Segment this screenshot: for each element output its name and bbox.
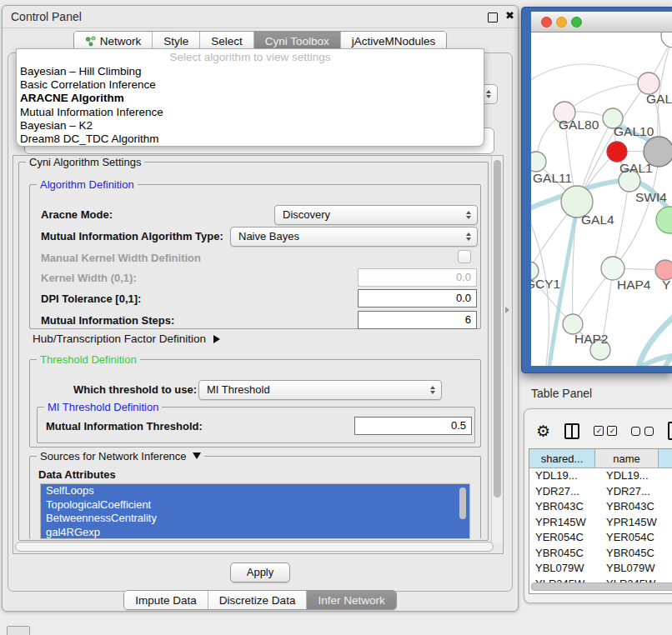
mi-algorithm-type-label: Mutual Information Algorithm Type:: [41, 230, 223, 242]
tab-discretize-data[interactable]: Discretize Data: [208, 591, 307, 609]
attribute-item-selfloops[interactable]: SelfLoops: [41, 484, 469, 498]
table-row-ypr145w[interactable]: YPR145WYPR145W9.: [529, 515, 672, 531]
node-label-gal4: GAL4: [581, 212, 614, 227]
table-row-ybr045c[interactable]: YBR045CYBR045C9.: [529, 546, 672, 562]
control-panel-titlebar: Control Panel ✖: [3, 6, 518, 28]
dropdown-item-basic-correlation-inference[interactable]: Basic Correlation Inference: [17, 78, 484, 92]
close-icon[interactable]: ✖: [505, 9, 514, 22]
algorithm-dropdown-popup: Select algorithm to view settings Bayesi…: [16, 48, 484, 147]
network-canvas[interactable]: GALGAL80GAL10GAL1GAL11SWI4GAL4GCY1HAP4YH…: [531, 32, 672, 366]
attribute-item-betweennesscentrality[interactable]: BetweennessCentrality: [41, 512, 469, 526]
kernel-width-field[interactable]: 0.0: [358, 268, 477, 287]
screen: Control Panel ✖ NetworkStyleSelectCyni T…: [0, 0, 672, 635]
network-node-hap4[interactable]: [601, 257, 624, 280]
node-label-y: Y: [662, 278, 670, 292]
tab-network[interactable]: Network: [74, 32, 153, 50]
data-attributes-label: Data Attributes: [38, 468, 116, 481]
combo-stepper-icon: [466, 211, 471, 219]
node-label-hap4: HAP4: [617, 278, 651, 292]
node-label-gal: GAL: [646, 92, 672, 106]
node-table: shared...name YDL19...YDL19...13YDR27...…: [529, 448, 672, 594]
column-header-name[interactable]: name: [595, 449, 659, 468]
close-traffic-light-icon[interactable]: [541, 17, 552, 28]
network-edge[interactable]: [613, 182, 629, 268]
aracne-mode-label: Aracne Mode:: [41, 208, 113, 221]
network-node-gal11[interactable]: [531, 152, 546, 172]
tab-impute-data[interactable]: Impute Data: [124, 591, 208, 609]
hub-definition-expander[interactable]: Hub/Transcription Factor Definition: [33, 332, 220, 345]
tab-select[interactable]: Select: [199, 32, 253, 50]
algorithm-definition-group: Algorithm Definition Aracne Mode: Discov…: [29, 184, 481, 329]
mi-threshold-definition-title: MI Threshold Definition: [44, 401, 162, 413]
network-node-gal1[interactable]: [607, 142, 627, 162]
network-edge[interactable]: [564, 84, 646, 112]
node-label-gal11: GAL11: [533, 171, 572, 185]
mi-steps-field[interactable]: 6: [358, 311, 477, 329]
tab-cyni-toolbox[interactable]: Cyni Toolbox: [253, 32, 340, 50]
network-view-window: GALGAL80GAL10GAL1GAL11SWI4GAL4GCY1HAP4YH…: [521, 7, 672, 373]
manual-kernel-width-label: Manual Kernel Width Definition: [41, 252, 201, 264]
table-row-yil052c[interactable]: YIL052CYIL052C9: [529, 592, 672, 594]
mi-threshold-field[interactable]: 0.5: [354, 417, 472, 435]
sources-title[interactable]: Sources for Network Inference: [37, 450, 204, 462]
settings-horizontal-scrollbar[interactable]: [15, 542, 494, 552]
gear-icon[interactable]: ⚙: [536, 423, 550, 439]
network-window-titlebar[interactable]: [531, 12, 672, 32]
dropdown-item-dream8-dc-tdc-algorithm[interactable]: Dream8 DC_TDC Algorithm: [17, 132, 484, 146]
network-node[interactable]: [656, 207, 672, 233]
table-panel-title: Table Panel: [531, 387, 592, 400]
mi-algorithm-type-select[interactable]: Naive Bayes: [230, 227, 478, 247]
apply-button[interactable]: Apply: [230, 562, 290, 582]
deselect-all-checkboxes-icon[interactable]: [631, 427, 654, 436]
table-panel: ⚙ ✓✓ shared...name YDL19...YDL19...13YDR…: [524, 408, 672, 603]
tab-jactivemnodules[interactable]: jActiveMNodules: [340, 32, 447, 50]
data-attributes-list: SelfLoopsTopologicalCoefficientBetweenne…: [40, 483, 470, 539]
bottom-tabbar: Impute DataDiscretize DataInfer Network: [3, 590, 518, 610]
dropdown-item-mutual-information-inference[interactable]: Mutual Information Inference: [17, 106, 484, 119]
aracne-mode-select[interactable]: Discovery: [274, 205, 478, 225]
threshold-definition-title: Threshold Definition: [37, 353, 140, 366]
attributes-list-scrollbar[interactable]: [459, 487, 468, 536]
dropdown-item-bayesian-hill-climbing[interactable]: Bayesian – Hill Climbing: [17, 65, 484, 78]
bottom-left-button[interactable]: [7, 626, 30, 635]
table-row-ydl19[interactable]: YDL19...YDL19...13: [529, 468, 672, 484]
sources-group: Sources for Network Inference Data Attri…: [29, 456, 481, 539]
tab-style[interactable]: Style: [152, 32, 199, 50]
algorithm-definition-title: Algorithm Definition: [37, 178, 138, 191]
mi-steps-label: Mutual Information Steps:: [41, 314, 174, 327]
settings-vertical-scrollbar[interactable]: [491, 156, 503, 543]
dpi-tolerance-field[interactable]: 0.0: [358, 289, 477, 308]
columns-icon[interactable]: [564, 423, 579, 439]
network-node[interactable]: [661, 32, 672, 48]
float-icon[interactable]: [488, 12, 498, 22]
table-horizontal-scrollbar[interactable]: [531, 582, 672, 591]
zoom-traffic-light-icon[interactable]: [571, 17, 582, 28]
attribute-item-topologicalcoefficient[interactable]: TopologicalCoefficient: [41, 498, 469, 512]
control-panel-window: Control Panel ✖ NetworkStyleSelectCyni T…: [2, 5, 519, 612]
table-row-yer054c[interactable]: YER054CYER054C8.: [529, 530, 672, 546]
table-row-ybl079w[interactable]: YBL079WYBL079W: [529, 561, 672, 577]
panel-splitter-handle[interactable]: [505, 307, 509, 313]
dropdown-item-bayesian-k2[interactable]: Bayesian – K2: [17, 119, 484, 132]
node-label-gal10: GAL10: [614, 124, 654, 138]
table-row-ybr043c[interactable]: YBR043CYBR043C: [529, 499, 672, 515]
network-edge-highlighted[interactable]: [663, 334, 672, 366]
column-header-col3[interactable]: [659, 449, 672, 468]
table-row-ydr27[interactable]: YDR27...YDR27...12: [529, 484, 672, 500]
export-table-icon[interactable]: [668, 422, 672, 440]
network-edge[interactable]: [531, 64, 646, 82]
minimize-traffic-light-icon[interactable]: [556, 17, 567, 28]
select-all-checkboxes-icon[interactable]: ✓✓: [594, 426, 617, 436]
cyni-algorithm-settings-group: Cyni Algorithm Settings Algorithm Defini…: [18, 162, 489, 541]
combo-stepper-icon: [466, 232, 471, 241]
mi-threshold-label: Mutual Information Threshold:: [46, 420, 203, 432]
which-threshold-select[interactable]: MI Threshold: [198, 380, 442, 400]
dropdown-item-aracne-algorithm[interactable]: ARACNE Algorithm: [17, 92, 484, 105]
tab-infer-network[interactable]: Infer Network: [306, 591, 395, 609]
threshold-definition-group: Threshold Definition Which threshold to …: [29, 359, 481, 448]
column-header-shared[interactable]: shared...: [529, 449, 595, 468]
combo-stepper-icon: [430, 386, 435, 394]
cyni-algorithm-settings-title: Cyni Algorithm Settings: [26, 156, 144, 168]
attribute-item-gal4rgexp[interactable]: gal4RGexp: [41, 526, 469, 540]
manual-kernel-width-checkbox[interactable]: [458, 250, 471, 263]
